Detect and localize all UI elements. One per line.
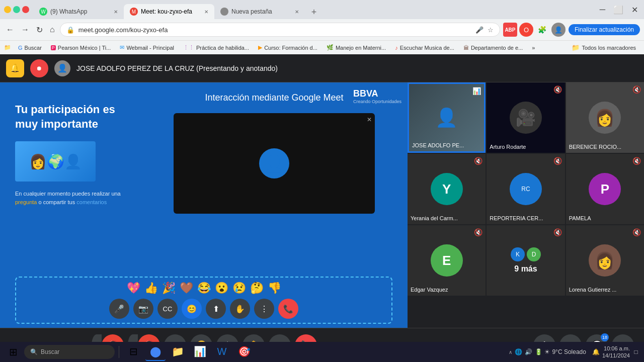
participant-tile-more[interactable]: K D 9 más 🔇 bbox=[487, 225, 565, 296]
meet-favicon: M bbox=[130, 8, 138, 16]
browser-title-bar: W (9) WhatsApp ✕ M Meet: kou-zyxo-efa ✕ … bbox=[0, 0, 644, 19]
tray-expand[interactable]: ∧ bbox=[509, 349, 512, 355]
mic-button[interactable]: 🎤 bbox=[109, 299, 129, 319]
bookmark-buscar[interactable]: G Buscar bbox=[14, 44, 46, 52]
tab-new[interactable]: Nueva pestaña ✕ bbox=[214, 4, 305, 19]
taskbar-search[interactable]: 🔍 Buscar bbox=[24, 345, 115, 359]
win-minimize-btn[interactable]: ─ bbox=[598, 3, 607, 17]
task-view-icon: ⊟ bbox=[129, 345, 138, 357]
emoji-wow[interactable]: 😮 bbox=[215, 282, 228, 295]
emoji-thumbs-up[interactable]: 👍 bbox=[144, 282, 158, 295]
opera-icon[interactable]: O bbox=[519, 23, 533, 37]
taskbar: ⊞ 🔍 Buscar ⊟ ⬤ 📁 📊 W 🎯 ∧ 🌐 🔊 🔋 ☀ 9°C Sol… bbox=[0, 342, 644, 362]
emoji-thumbs-down[interactable]: 👎 bbox=[268, 282, 281, 295]
emoji-picker-button[interactable]: 😊 bbox=[182, 299, 202, 319]
tab-whatsapp[interactable]: W (9) WhatsApp ✕ bbox=[33, 4, 124, 19]
slide-subtitle: Interacción mediante Google Meet bbox=[205, 93, 343, 103]
emoji-party[interactable]: 🎉 bbox=[162, 282, 176, 295]
taskbar-chrome[interactable]: ⬤ bbox=[145, 343, 166, 361]
more-options-button[interactable]: ⋮ bbox=[254, 299, 274, 319]
speaking-icon-jose: 📊 bbox=[472, 87, 481, 95]
inner-video-close-button[interactable]: ✕ bbox=[367, 116, 372, 123]
notification-mute-button[interactable]: 🔔 bbox=[6, 59, 24, 77]
tab-meet[interactable]: M Meet: kou-zyxo-efa ✕ bbox=[124, 4, 214, 19]
bookmark-musica[interactable]: ♪ Escuchar Musica de... bbox=[391, 44, 458, 52]
taskbar-excel[interactable]: 📊 bbox=[190, 343, 210, 361]
taskbar-task-view[interactable]: ⊟ bbox=[123, 343, 143, 361]
participant-tile-lorena[interactable]: 👩 🔇 Lorena Gutierrez ... bbox=[566, 225, 644, 296]
minimize-button[interactable] bbox=[4, 6, 11, 13]
slide-right: Interacción mediante Google Meet 👤 ✕ bbox=[141, 82, 408, 273]
emoji-row: 💖 👍 🎉 🤎 😂 😮 😢 🤔 👎 bbox=[22, 282, 385, 295]
participant-tile-jose[interactable]: 👤 📊 JOSE ADOLFO PE... bbox=[408, 82, 486, 153]
taskbar-word[interactable]: W bbox=[212, 343, 232, 361]
controls-row: 🎤 📷 CC 😊 ⬆ ✋ ⋮ 📞 bbox=[22, 299, 385, 319]
present-button[interactable]: ⬆ bbox=[206, 299, 226, 319]
search-icon: 🔍 bbox=[30, 348, 38, 355]
pregunta-link[interactable]: pregunta bbox=[15, 199, 37, 205]
close-window-button[interactable] bbox=[22, 6, 29, 13]
comentarios-link[interactable]: comentarios bbox=[76, 199, 107, 205]
win-restore-btn[interactable]: ⬜ bbox=[611, 3, 625, 17]
show-desktop[interactable]: □ bbox=[632, 348, 640, 356]
excel-icon: 📊 bbox=[194, 345, 206, 357]
recording-button[interactable]: ⏺ bbox=[30, 59, 48, 77]
raise-hand-button[interactable]: ✋ bbox=[230, 299, 250, 319]
tab-new-close[interactable]: ✕ bbox=[295, 9, 299, 15]
adblock-icon[interactable]: ABP bbox=[503, 23, 517, 37]
tab-whatsapp-label: (9) WhatsApp bbox=[50, 8, 111, 15]
profile-icon[interactable]: 👤 bbox=[551, 23, 566, 37]
start-button[interactable]: ⊞ bbox=[4, 343, 22, 361]
participant-tile-edgar[interactable]: E 🔇 Edgar Vazquez bbox=[408, 225, 486, 296]
new-tab-button[interactable]: + bbox=[307, 5, 321, 19]
win-close-btn[interactable]: ✕ bbox=[629, 3, 640, 17]
emoji-think[interactable]: 🤔 bbox=[250, 282, 264, 295]
camera-button[interactable]: 📷 bbox=[133, 299, 153, 319]
tray-notifications[interactable]: 🔔 bbox=[592, 348, 600, 356]
bookmark-depto[interactable]: 🏛 Departamento de e... bbox=[459, 44, 527, 52]
mic-off-icon-lorena: 🔇 bbox=[632, 228, 641, 236]
emoji-brown-heart[interactable]: 🤎 bbox=[180, 282, 193, 295]
bookmark-webmail[interactable]: ✉ Webmail - Principal bbox=[116, 43, 178, 52]
bookmark-curso[interactable]: ▶ Curso: Formación d... bbox=[254, 43, 321, 52]
powerpoint-icon: 🎯 bbox=[238, 345, 251, 357]
participant-tile-reporteria[interactable]: RC 🔇 REPORTERIA CER... bbox=[487, 154, 565, 224]
bookmark-all[interactable]: 📁 Todos los marcadores bbox=[568, 43, 640, 52]
back-button[interactable]: ← bbox=[4, 23, 16, 36]
emoji-sad[interactable]: 😢 bbox=[232, 282, 246, 295]
maximize-button[interactable] bbox=[13, 6, 20, 13]
refresh-button[interactable]: ↻ bbox=[34, 23, 45, 37]
tray-battery[interactable]: 🔋 bbox=[534, 348, 542, 356]
bookmark-star-icon: ☆ bbox=[488, 26, 494, 34]
forward-button[interactable]: → bbox=[19, 23, 31, 36]
explorer-icon: 📁 bbox=[172, 345, 184, 357]
captions-button[interactable]: CC bbox=[157, 299, 178, 319]
participant-tile-yerania[interactable]: Y 🔇 Yerania del Carm... bbox=[408, 154, 486, 224]
bookmark-practica[interactable]: ⋮⋮ Práctica de habilida... bbox=[179, 43, 253, 52]
participant-tile-pamela[interactable]: P 🔇 PAMELA bbox=[566, 154, 644, 224]
tab-meet-close[interactable]: ✕ bbox=[204, 9, 208, 15]
emoji-laugh[interactable]: 😂 bbox=[197, 282, 211, 295]
participant-tile-arturo[interactable]: 🎥 🔇 Arturo Rodarte bbox=[487, 82, 565, 153]
tray-volume[interactable]: 🔊 bbox=[524, 348, 532, 356]
end-call-button[interactable]: 📞 bbox=[278, 299, 298, 319]
chat-badge: 18 bbox=[601, 333, 609, 341]
bookmark-manejo[interactable]: 🌿 Manejo en Materni... bbox=[323, 43, 390, 52]
extensions-icon[interactable]: 🧩 bbox=[535, 23, 549, 37]
taskbar-powerpoint[interactable]: 🎯 bbox=[234, 343, 254, 361]
tab-whatsapp-close[interactable]: ✕ bbox=[114, 9, 118, 15]
taskbar-explorer[interactable]: 📁 bbox=[168, 343, 188, 361]
tray-network[interactable]: 🌐 bbox=[514, 348, 522, 356]
update-button[interactable]: Finalizar actualización bbox=[569, 24, 640, 35]
chrome-icon: ⬤ bbox=[150, 345, 161, 357]
bookmark-more[interactable]: » bbox=[528, 44, 539, 52]
home-button[interactable]: ⌂ bbox=[48, 23, 57, 36]
bookmark-pearson[interactable]: P Pearson México | Ti... bbox=[47, 44, 115, 52]
participant-name-berenice: BERENICE ROCIO... bbox=[569, 144, 641, 150]
taskbar-tray: ∧ 🌐 🔊 🔋 ☀ 9°C Soleado 🔔 10:06 a.m. 14/11… bbox=[509, 345, 640, 359]
emoji-heart[interactable]: 💖 bbox=[127, 282, 140, 295]
mic-search-icon: 🎤 bbox=[475, 26, 484, 34]
participant-tile-berenice[interactable]: 👩 🔇 BERENICE ROCIO... bbox=[566, 82, 644, 153]
bbva-logo-text: BBVA bbox=[353, 88, 401, 99]
address-bar[interactable]: 🔒 meet.google.com/kou-zyxo-efa 🎤 ☆ bbox=[60, 23, 500, 37]
